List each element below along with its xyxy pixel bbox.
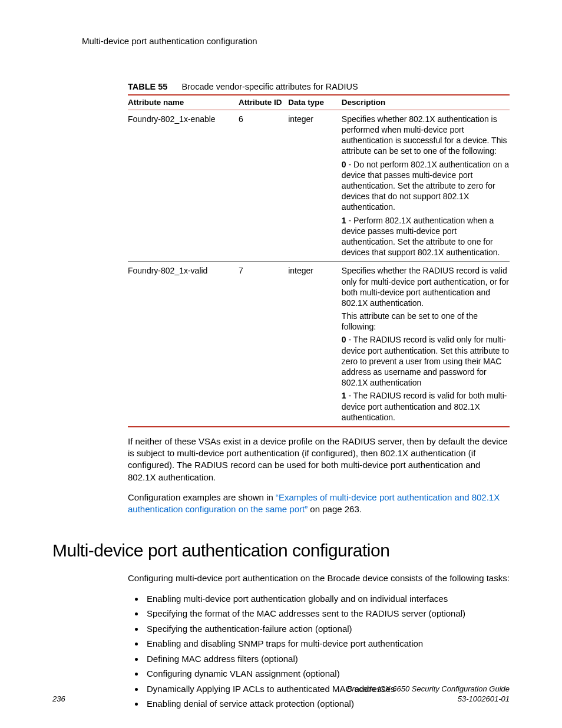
- desc-option-text: - The RADIUS record is valid only for mu…: [342, 335, 509, 387]
- desc-option-0: 0 - The RADIUS record is valid only for …: [342, 334, 510, 388]
- cell-data-type: integer: [288, 110, 342, 261]
- desc-option-lead: 0: [342, 160, 346, 169]
- page-footer: 236 Brocade ICX 6650 Security Configurat…: [52, 684, 510, 704]
- page-number: 236: [52, 694, 65, 704]
- footer-doc-title: Brocade ICX 6650 Security Configuration …: [347, 684, 510, 694]
- section-heading: Multi-device port authentication configu…: [52, 539, 510, 562]
- list-item: Enabling multi-device port authenticatio…: [144, 593, 510, 605]
- table-label: TABLE 55: [128, 82, 167, 91]
- body-paragraph: Configuration examples are shown in “Exa…: [128, 492, 510, 516]
- th-attribute-id: Attribute ID: [239, 95, 288, 110]
- desc-option-lead: 1: [342, 216, 346, 225]
- th-data-type: Data type: [288, 95, 342, 110]
- desc-option-0: 0 - Do not perform 802.1X authentication…: [342, 159, 510, 213]
- para-text: Configuration examples are shown in: [128, 492, 276, 502]
- desc-option-text: - The RADIUS record is valid for both mu…: [342, 391, 507, 421]
- cell-attr-name: Foundry-802_1x-enable: [128, 110, 239, 261]
- desc-option-lead: 1: [342, 391, 346, 400]
- list-item: Specifying the format of the MAC address…: [144, 608, 510, 620]
- running-header: Multi-device port authentication configu…: [82, 35, 510, 47]
- cell-description: Specifies whether the RADIUS record is v…: [342, 262, 510, 427]
- cell-attr-name: Foundry-802_1x-valid: [128, 262, 239, 427]
- desc-option-1: 1 - Perform 802.1X authentication when a…: [342, 215, 510, 258]
- list-item: Configuring dynamic VLAN assignment (opt…: [144, 668, 510, 680]
- list-item: Defining MAC address filters (optional): [144, 653, 510, 665]
- desc-option-text: - Perform 802.1X authentication when a d…: [342, 216, 500, 258]
- desc-option-lead: 0: [342, 335, 346, 344]
- vsa-table: Attribute name Attribute ID Data type De…: [128, 94, 510, 427]
- desc-option-1: 1 - The RADIUS record is valid for both …: [342, 390, 510, 423]
- cell-attr-id: 7: [239, 262, 288, 427]
- list-item: Specifying the authentication-failure ac…: [144, 623, 510, 635]
- desc-intro: Specifies whether 802.1X authentication …: [342, 114, 510, 157]
- para-text: on page 263.: [308, 504, 362, 514]
- body-paragraph: If neither of these VSAs exist in a devi…: [128, 436, 510, 483]
- cell-attr-id: 6: [239, 110, 288, 261]
- footer-doc-number: 53-1002601-01: [347, 694, 510, 704]
- desc-intro: Specifies whether the RADIUS record is v…: [342, 265, 510, 308]
- table-row: Foundry-802_1x-valid 7 integer Specifies…: [128, 262, 510, 427]
- list-item: Enabling and disabling SNMP traps for mu…: [144, 638, 510, 650]
- cell-description: Specifies whether 802.1X authentication …: [342, 110, 510, 261]
- desc-option-text: - Do not perform 802.1X authentication o…: [342, 160, 509, 212]
- desc-note: This attribute can be set to one of the …: [342, 311, 510, 332]
- section-intro: Configuring multi-device port authentica…: [128, 572, 510, 584]
- th-description: Description: [342, 95, 510, 110]
- th-attribute-name: Attribute name: [128, 95, 239, 110]
- table-row: Foundry-802_1x-enable 6 integer Specifie…: [128, 110, 510, 261]
- cell-data-type: integer: [288, 262, 342, 427]
- table-caption-text: Brocade vendor-specific attributes for R…: [182, 82, 358, 91]
- table-caption: TABLE 55 Brocade vendor-specific attribu…: [128, 81, 510, 93]
